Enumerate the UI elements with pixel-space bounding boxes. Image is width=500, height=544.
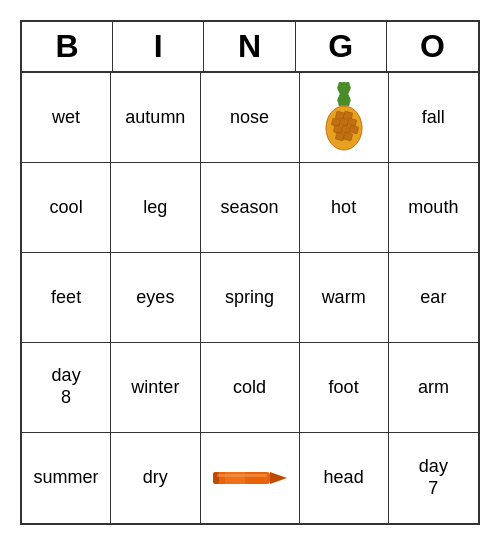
cell-r0-c3[interactable] — [300, 73, 389, 163]
cell-r1-c1[interactable]: leg — [111, 163, 200, 253]
bingo-card: BINGO wetautumnnose — [20, 20, 480, 525]
cell-text: season — [220, 197, 278, 218]
cell-text: cool — [50, 197, 83, 218]
cell-r0-c2[interactable]: nose — [201, 73, 300, 163]
cell-text: leg — [143, 197, 167, 218]
cell-text: arm — [418, 377, 449, 398]
cell-r1-c2[interactable]: season — [201, 163, 300, 253]
cell-r3-c3[interactable]: foot — [300, 343, 389, 433]
cell-text: feet — [51, 287, 81, 308]
cell-text: dry — [143, 467, 168, 488]
cell-text: wet — [52, 107, 80, 128]
cell-r3-c1[interactable]: winter — [111, 343, 200, 433]
cell-r3-c2[interactable]: cold — [201, 343, 300, 433]
cell-r4-c4[interactable]: day 7 — [389, 433, 478, 523]
cell-r2-c4[interactable]: ear — [389, 253, 478, 343]
bingo-header: BINGO — [22, 22, 478, 73]
cell-text: mouth — [408, 197, 458, 218]
cell-text: spring — [225, 287, 274, 308]
svg-rect-19 — [225, 472, 245, 484]
bingo-grid: wetautumnnose — [22, 73, 478, 523]
cell-r4-c0[interactable]: summer — [22, 433, 111, 523]
cell-r4-c3[interactable]: head — [300, 433, 389, 523]
cell-text: winter — [131, 377, 179, 398]
cell-text: hot — [331, 197, 356, 218]
cell-r1-c4[interactable]: mouth — [389, 163, 478, 253]
cell-r2-c1[interactable]: eyes — [111, 253, 200, 343]
cell-r0-c4[interactable]: fall — [389, 73, 478, 163]
svg-rect-20 — [213, 472, 219, 484]
cell-text: fall — [422, 107, 445, 128]
cell-r2-c2[interactable]: spring — [201, 253, 300, 343]
svg-marker-18 — [270, 472, 287, 484]
cell-r0-c1[interactable]: autumn — [111, 73, 200, 163]
header-letter-o: O — [387, 22, 478, 71]
cell-r1-c3[interactable]: hot — [300, 163, 389, 253]
cell-text: head — [324, 467, 364, 488]
pineapple-icon — [314, 82, 374, 152]
crayon-icon — [205, 464, 295, 492]
cell-text: foot — [329, 377, 359, 398]
cell-r0-c0[interactable]: wet — [22, 73, 111, 163]
cell-r3-c0[interactable]: day 8 — [22, 343, 111, 433]
cell-r1-c0[interactable]: cool — [22, 163, 111, 253]
cell-text: day 7 — [419, 456, 448, 499]
cell-r2-c3[interactable]: warm — [300, 253, 389, 343]
cell-text: eyes — [136, 287, 174, 308]
header-letter-b: B — [22, 22, 113, 71]
cell-r2-c0[interactable]: feet — [22, 253, 111, 343]
cell-text: nose — [230, 107, 269, 128]
cell-r3-c4[interactable]: arm — [389, 343, 478, 433]
cell-text: ear — [420, 287, 446, 308]
cell-text: warm — [322, 287, 366, 308]
cell-text: summer — [34, 467, 99, 488]
cell-r4-c1[interactable]: dry — [111, 433, 200, 523]
header-letter-i: I — [113, 22, 204, 71]
cell-text: autumn — [125, 107, 185, 128]
cell-text: day 8 — [52, 365, 81, 408]
header-letter-n: N — [204, 22, 295, 71]
cell-text: cold — [233, 377, 266, 398]
header-letter-g: G — [296, 22, 387, 71]
cell-r4-c2[interactable] — [201, 433, 300, 523]
svg-rect-21 — [217, 474, 267, 477]
